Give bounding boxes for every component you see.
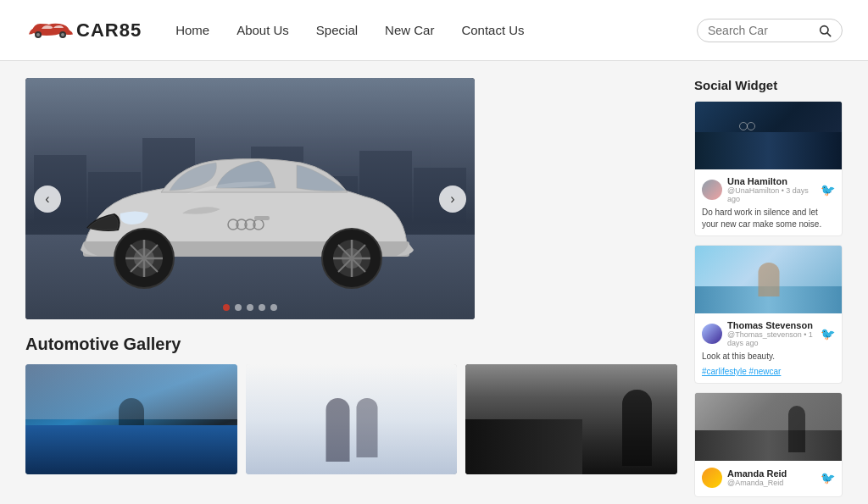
tweet-avatar-1 [702, 180, 722, 200]
carousel-car-svg [51, 133, 441, 302]
gallery-title: Automotive Gallery [25, 335, 677, 354]
nav-newcar[interactable]: New Car [385, 23, 434, 37]
social-widget-title: Social Widget [694, 78, 843, 92]
tweet-user-info-3: Amanda Reid @Amanda_Reid [727, 468, 815, 487]
svg-point-3 [61, 33, 64, 36]
tweet-handle-time-1: @UnaHamilton • 3 days ago [727, 186, 815, 203]
tweet-text-2: Look at this beauty. [702, 351, 835, 363]
tweet-card-1: Una Hamilton @UnaHamilton • 3 days ago 🐦… [694, 101, 843, 236]
search-input[interactable] [708, 24, 818, 37]
tweet-card-3: Amanda Reid @Amanda_Reid 🐦 [694, 392, 843, 497]
tweet-content-3: Amanda Reid @Amanda_Reid 🐦 [695, 461, 842, 496]
tweet-text-1: Do hard work in silence and let your new… [702, 207, 835, 230]
gallery-item-2[interactable] [246, 364, 458, 474]
search-button[interactable] [818, 24, 832, 37]
header: CAR85 Home About Us Special New Car Cont… [0, 0, 868, 61]
content-area: ‹ › Automotive Gallery [25, 78, 677, 504]
search-icon [818, 24, 832, 37]
svg-point-1 [36, 33, 40, 36]
tweet-user-info-1: Una Hamilton @UnaHamilton • 3 days ago [727, 176, 815, 203]
twitter-icon-1: 🐦 [821, 183, 835, 197]
tweet-handle-time-2: @Thomas_stevenson • 1 days ago [727, 330, 815, 347]
carousel: ‹ › [25, 78, 475, 319]
carousel-prev-button[interactable]: ‹ [34, 186, 61, 213]
tweet-image-1 [695, 102, 842, 169]
tweet-card-2: Thomas Stevenson @Thomas_stevenson • 1 d… [694, 245, 843, 384]
nav-contact[interactable]: Contact Us [461, 23, 524, 37]
tweet-avatar-3 [702, 468, 722, 488]
carousel-dot-5[interactable] [270, 304, 277, 311]
tweet-user-info-2: Thomas Stevenson @Thomas_stevenson • 1 d… [727, 320, 815, 347]
sidebar: Social Widget Una Hamilton [694, 78, 843, 504]
gallery-grid [25, 364, 677, 474]
svg-line-5 [827, 33, 831, 36]
main-nav: Home About Us Special New Car Contact Us [175, 23, 697, 37]
twitter-icon-2: 🐦 [821, 327, 835, 341]
tweet-name-3: Amanda Reid [727, 468, 815, 479]
svg-rect-25 [254, 216, 270, 220]
carousel-dot-3[interactable] [247, 304, 253, 311]
nav-special[interactable]: Special [316, 23, 358, 37]
tweet-avatar-2 [702, 324, 722, 344]
tweet-name-2: Thomas Stevenson [727, 320, 815, 330]
tweet-user-row-3: Amanda Reid @Amanda_Reid 🐦 [702, 468, 835, 488]
carousel-dot-2[interactable] [235, 304, 242, 311]
tweet-content-2: Thomas Stevenson @Thomas_stevenson • 1 d… [695, 313, 842, 383]
tweet-image-2 [695, 246, 842, 313]
logo-icon [25, 7, 76, 54]
tweet-content-1: Una Hamilton @UnaHamilton • 3 days ago 🐦… [695, 169, 842, 235]
carousel-dot-4[interactable] [259, 304, 265, 311]
carousel-dots [223, 304, 277, 311]
tweet-image-3 [695, 393, 842, 461]
search-box [697, 19, 843, 42]
gallery-item-1[interactable] [25, 364, 237, 474]
gallery-item-3[interactable] [465, 364, 677, 474]
tweet-user-row-2: Thomas Stevenson @Thomas_stevenson • 1 d… [702, 320, 835, 347]
nav-home[interactable]: Home [175, 23, 209, 37]
tweet-handle-time-3: @Amanda_Reid [727, 479, 815, 487]
carousel-next-button[interactable]: › [439, 186, 466, 213]
logo[interactable]: CAR85 [25, 7, 142, 54]
tweet-link-2[interactable]: #carlifestyle #newcar [702, 367, 781, 376]
nav-about[interactable]: About Us [236, 23, 289, 37]
twitter-icon-3: 🐦 [821, 471, 835, 485]
tweet-user-row-1: Una Hamilton @UnaHamilton • 3 days ago 🐦 [702, 176, 835, 203]
logo-text: CAR85 [76, 19, 142, 42]
carousel-image [25, 78, 475, 319]
tweet-name-1: Una Hamilton [727, 176, 815, 186]
carousel-dot-1[interactable] [223, 304, 230, 311]
main-container: ‹ › Automotive Gallery [0, 61, 868, 504]
